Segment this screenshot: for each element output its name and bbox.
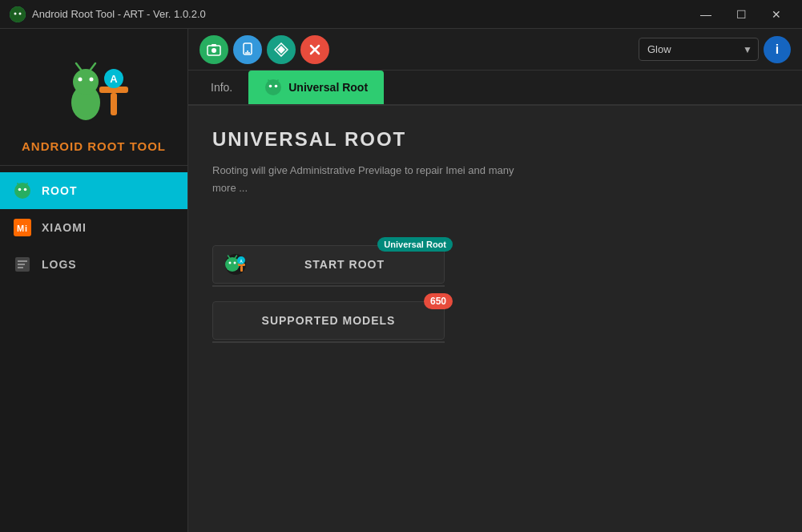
supported-models-divider — [212, 341, 445, 343]
svg-point-26 — [212, 48, 216, 53]
maximize-button[interactable]: ☐ — [725, 3, 757, 26]
svg-point-37 — [275, 85, 278, 88]
root-nav-label: ROOT — [42, 184, 77, 197]
xiaomi-nav-label: XIAOMI — [42, 221, 87, 234]
svg-point-16 — [24, 188, 27, 191]
stop-button[interactable] — [300, 35, 329, 64]
svg-point-15 — [18, 188, 22, 191]
svg-line-9 — [91, 63, 95, 70]
xiaomi-icon: Mi — [13, 218, 32, 237]
svg-point-36 — [269, 85, 272, 88]
svg-text:A: A — [240, 259, 243, 264]
app-icon — [10, 6, 26, 22]
theme-select[interactable]: Glow Dark Light Metro — [639, 38, 759, 61]
tab-bar: Info. Universal Root — [188, 71, 802, 106]
svg-point-5 — [73, 69, 99, 95]
supported-models-label: SUPPORTED MODELS — [224, 314, 433, 327]
svg-point-1 — [14, 12, 17, 14]
titlebar: Android Root Tool - ART - Ver. 1.0.2.0 —… — [0, 0, 802, 29]
svg-text:A: A — [110, 73, 118, 85]
svg-rect-11 — [111, 93, 117, 115]
svg-point-2 — [19, 12, 22, 14]
titlebar-title: Android Root Tool - ART - Ver. 1.0.2.0 — [32, 8, 690, 20]
theme-select-wrapper: Glow Dark Light Metro ▼ — [639, 38, 759, 61]
action-button[interactable] — [267, 35, 296, 64]
svg-point-7 — [90, 78, 94, 82]
svg-point-35 — [265, 79, 281, 95]
minimize-button[interactable]: — — [690, 3, 722, 26]
connect-button[interactable] — [233, 35, 262, 64]
tab-universal-root[interactable]: Universal Root — [248, 71, 384, 104]
page-title: UNIVERSAL ROOT — [212, 128, 778, 151]
root-icon — [13, 181, 32, 200]
tab-info-label: Info. — [211, 81, 232, 94]
page-content: UNIVERSAL ROOT Rooting will give Adminis… — [188, 106, 802, 532]
sidebar-item-root[interactable]: ROOT — [0, 172, 187, 209]
close-button[interactable]: ✕ — [760, 3, 792, 26]
sidebar-item-logs[interactable]: LOGS — [0, 246, 187, 283]
sidebar: A ANDROID ROOT TOOL ROOT — [0, 29, 188, 532]
logo-area: A ANDROID ROOT TOOL — [0, 29, 187, 166]
svg-point-14 — [14, 183, 30, 199]
nav-items: ROOT Mi XIAOMI — [0, 166, 187, 532]
page-description: Rooting will give Administrative Previla… — [212, 162, 533, 197]
sidebar-item-xiaomi[interactable]: Mi XIAOMI — [0, 209, 187, 246]
screenshot-button[interactable] — [199, 35, 228, 64]
svg-point-42 — [229, 262, 232, 264]
supported-models-row: SUPPORTED MODELS 650 — [212, 301, 445, 343]
toolbar: Glow Dark Light Metro ▼ i — [188, 29, 802, 71]
supported-models-badge: 650 — [424, 293, 453, 309]
android-robot-icon: A — [224, 253, 247, 276]
android-tab-icon — [264, 79, 282, 96]
info-button[interactable]: i — [764, 36, 791, 63]
svg-point-43 — [234, 262, 236, 264]
start-root-row: A START ROOT Universal Root — [212, 245, 445, 287]
svg-point-6 — [79, 78, 83, 82]
svg-point-30 — [247, 50, 248, 52]
titlebar-controls: — ☐ ✕ — [690, 3, 792, 26]
app-logo: A — [50, 45, 138, 133]
logs-nav-label: LOGS — [42, 258, 77, 271]
app-name: ANDROID ROOT TOOL — [22, 139, 166, 153]
svg-text:Mi: Mi — [17, 224, 28, 233]
svg-rect-47 — [240, 266, 243, 272]
main-layout: A ANDROID ROOT TOOL ROOT — [0, 29, 802, 532]
tab-universal-root-label: Universal Root — [288, 81, 368, 94]
tab-info[interactable]: Info. — [195, 73, 248, 102]
start-root-badge: Universal Root — [377, 237, 453, 252]
svg-line-8 — [76, 63, 81, 70]
content-area: Glow Dark Light Metro ▼ i Info. — [188, 29, 802, 532]
svg-rect-27 — [212, 44, 216, 46]
logs-icon — [13, 255, 32, 274]
start-root-label: START ROOT — [256, 258, 433, 271]
supported-models-button[interactable]: SUPPORTED MODELS — [212, 301, 445, 340]
start-root-divider — [212, 285, 445, 287]
svg-point-0 — [10, 6, 26, 22]
